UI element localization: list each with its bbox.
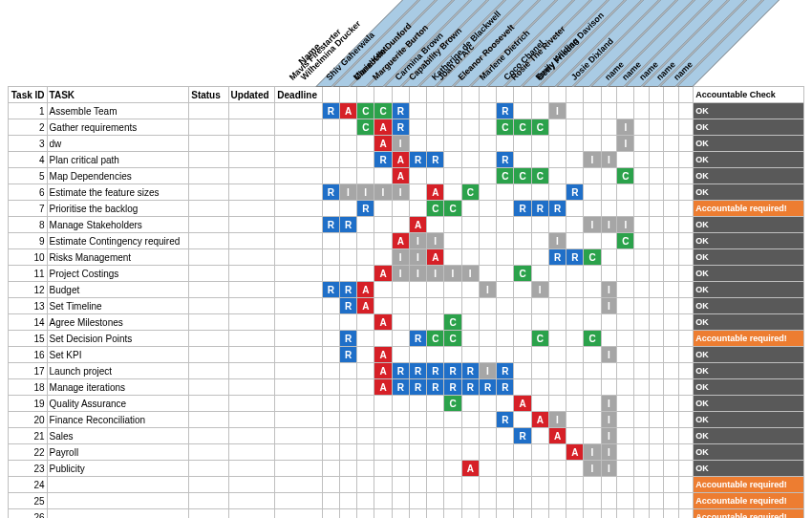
cell-assignment[interactable] — [531, 314, 548, 331]
cell-assignment[interactable] — [634, 412, 649, 428]
cell-assignment[interactable] — [461, 168, 479, 184]
cell-assignment[interactable] — [409, 103, 426, 119]
cell-assignment[interactable] — [664, 119, 678, 136]
cell-assignment[interactable] — [461, 249, 479, 266]
cell-assignment[interactable] — [566, 217, 584, 233]
cell-assignment[interactable] — [479, 412, 496, 428]
cell-assignment[interactable] — [664, 217, 678, 233]
cell-assignment[interactable] — [409, 477, 426, 493]
cell-assignment[interactable] — [548, 184, 566, 201]
cell-assignment[interactable] — [566, 314, 584, 331]
cell-assignment[interactable] — [357, 347, 374, 363]
cell-assignment[interactable] — [664, 493, 678, 509]
cell-deadline[interactable] — [275, 233, 322, 249]
cell-assignment[interactable] — [617, 347, 634, 363]
cell-assignment[interactable] — [531, 363, 548, 379]
cell-assignment[interactable] — [392, 444, 409, 461]
cell-assignment[interactable] — [322, 168, 339, 184]
cell-status[interactable] — [189, 412, 228, 428]
cell-assignment[interactable] — [444, 282, 461, 298]
cell-assignment[interactable] — [322, 509, 339, 519]
cell-assignment[interactable] — [374, 282, 392, 298]
cell-assignment[interactable] — [339, 119, 356, 136]
cell-assignment[interactable] — [634, 331, 649, 347]
cell-assignment[interactable] — [409, 298, 426, 314]
cell-assignment[interactable] — [392, 298, 409, 314]
cell-assignment[interactable] — [649, 347, 663, 363]
cell-updated[interactable] — [228, 347, 275, 363]
cell-assignment[interactable] — [601, 184, 617, 201]
cell-updated[interactable] — [228, 461, 275, 477]
cell-task[interactable]: Set KPI — [47, 347, 189, 363]
cell-assignment[interactable] — [601, 314, 617, 331]
cell-assignment[interactable] — [678, 136, 693, 152]
cell-assignment[interactable] — [409, 428, 426, 444]
cell-assignment[interactable] — [409, 412, 426, 428]
cell-task[interactable]: Assemble Team — [47, 103, 189, 119]
cell-assignment[interactable] — [678, 461, 693, 477]
cell-assignment[interactable] — [531, 103, 548, 119]
cell-assignment[interactable] — [444, 184, 461, 201]
cell-updated[interactable] — [228, 444, 275, 461]
cell-assignment[interactable] — [531, 444, 548, 461]
cell-assignment[interactable] — [531, 152, 548, 168]
cell-assignment[interactable] — [617, 266, 634, 282]
cell-assignment[interactable] — [514, 184, 531, 201]
cell-assignment[interactable]: R — [339, 331, 356, 347]
cell-assignment[interactable]: C — [584, 249, 601, 266]
cell-assignment[interactable] — [531, 233, 548, 249]
cell-assignment[interactable] — [427, 461, 444, 477]
cell-assignment[interactable]: I — [357, 184, 374, 201]
cell-assignment[interactable] — [497, 266, 514, 282]
cell-status[interactable] — [189, 282, 228, 298]
cell-assignment[interactable]: R — [409, 331, 426, 347]
cell-assignment[interactable] — [634, 444, 649, 461]
cell-deadline[interactable] — [275, 119, 322, 136]
cell-deadline[interactable] — [275, 136, 322, 152]
cell-deadline[interactable] — [275, 396, 322, 412]
cell-assignment[interactable] — [461, 396, 479, 412]
cell-assignment[interactable]: R — [339, 282, 356, 298]
cell-assignment[interactable] — [649, 282, 663, 298]
cell-assignment[interactable] — [634, 314, 649, 331]
cell-assignment[interactable] — [497, 298, 514, 314]
cell-assignment[interactable] — [392, 201, 409, 217]
cell-assignment[interactable] — [479, 233, 496, 249]
cell-assignment[interactable]: C — [514, 168, 531, 184]
cell-assignment[interactable]: A — [339, 103, 356, 119]
cell-assignment[interactable] — [374, 444, 392, 461]
cell-status[interactable] — [189, 379, 228, 396]
cell-deadline[interactable] — [275, 152, 322, 168]
cell-updated[interactable] — [228, 233, 275, 249]
cell-deadline[interactable] — [275, 249, 322, 266]
cell-deadline[interactable] — [275, 444, 322, 461]
cell-assignment[interactable] — [548, 298, 566, 314]
cell-assignment[interactable]: A — [427, 249, 444, 266]
cell-assignment[interactable] — [322, 314, 339, 331]
cell-assignment[interactable] — [479, 201, 496, 217]
cell-assignment[interactable] — [601, 119, 617, 136]
cell-status[interactable] — [189, 493, 228, 509]
cell-assignment[interactable] — [664, 461, 678, 477]
cell-assignment[interactable] — [664, 136, 678, 152]
cell-assignment[interactable] — [479, 103, 496, 119]
cell-assignment[interactable] — [617, 184, 634, 201]
cell-assignment[interactable] — [649, 266, 663, 282]
cell-assignment[interactable]: R — [514, 201, 531, 217]
cell-assignment[interactable]: R — [409, 379, 426, 396]
cell-assignment[interactable]: I — [409, 233, 426, 249]
cell-assignment[interactable] — [678, 119, 693, 136]
cell-assignment[interactable] — [339, 249, 356, 266]
cell-assignment[interactable] — [514, 233, 531, 249]
cell-assignment[interactable] — [374, 509, 392, 519]
cell-assignment[interactable] — [566, 331, 584, 347]
cell-assignment[interactable] — [634, 103, 649, 119]
cell-assignment[interactable] — [427, 412, 444, 428]
cell-assignment[interactable] — [461, 217, 479, 233]
cell-assignment[interactable]: R — [461, 363, 479, 379]
cell-deadline[interactable] — [275, 298, 322, 314]
cell-assignment[interactable] — [479, 266, 496, 282]
cell-assignment[interactable] — [322, 136, 339, 152]
cell-assignment[interactable] — [479, 509, 496, 519]
cell-assignment[interactable] — [322, 266, 339, 282]
